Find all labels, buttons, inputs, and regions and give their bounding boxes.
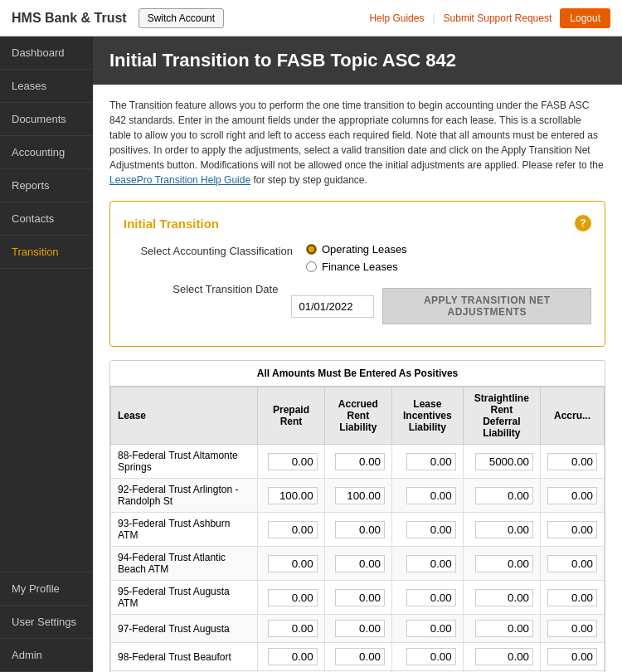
table-row: 92-Federal Trust Arlington - Randolph St	[111, 479, 605, 513]
layout: Dashboard Leases Documents Accounting Re…	[0, 37, 622, 672]
sidebar: Dashboard Leases Documents Accounting Re…	[0, 37, 93, 672]
transition-box-header: Initial Transition ?	[124, 215, 591, 231]
sidebar-item-accounting[interactable]: Accounting	[0, 136, 93, 169]
table-row: 94-Federal Trust Atlantic Beach ATM	[111, 547, 605, 581]
header: HMS Bank & Trust Switch Account Help Gui…	[0, 0, 622, 37]
accounting-classification-row: Select Accounting Classification Operati…	[124, 243, 591, 273]
help-icon[interactable]: ?	[575, 215, 591, 231]
lease-name-cell: 88-Federal Trust Altamonte Springs	[111, 445, 258, 479]
accrued-cell[interactable]	[324, 581, 391, 615]
operating-leases-radio[interactable]	[306, 244, 317, 255]
prepaid-cell[interactable]	[258, 445, 324, 479]
sidebar-item-dashboard[interactable]: Dashboard	[0, 37, 93, 70]
table-row: 88-Federal Trust Altamonte Springs	[111, 445, 605, 479]
lease-name-cell: 94-Federal Trust Atlantic Beach ATM	[111, 547, 258, 581]
accru-cell[interactable]	[540, 445, 604, 479]
accrued-cell[interactable]	[324, 513, 391, 547]
logo: HMS Bank & Trust	[12, 11, 127, 26]
incentives-cell[interactable]	[392, 643, 464, 671]
table-row: 97-Federal Trust Augusta	[111, 615, 605, 643]
table-row: 95-Federal Trust Augusta ATM	[111, 581, 605, 615]
prepaid-cell[interactable]	[258, 615, 324, 643]
incentives-cell[interactable]	[392, 445, 464, 479]
content-area: The Transition feature allows you to per…	[93, 85, 622, 672]
accrued-cell[interactable]	[324, 615, 391, 643]
accrued-cell[interactable]	[324, 445, 391, 479]
straightline-cell[interactable]	[463, 615, 540, 643]
col-incentives: Lease IncentivesLiability	[392, 387, 464, 445]
transition-table: Lease Prepaid Rent Accrued RentLiability…	[110, 387, 605, 672]
straightline-cell[interactable]	[463, 643, 540, 671]
col-accrued: Accrued RentLiability	[324, 387, 391, 445]
apply-transition-button[interactable]: APPLY TRANSITION NET ADJUSTMENTS	[382, 288, 591, 324]
help-guides-link[interactable]: Help Guides	[369, 12, 424, 24]
incentives-cell[interactable]	[392, 547, 464, 581]
incentives-cell[interactable]	[392, 581, 464, 615]
lease-name-cell: 93-Federal Trust Ashburn ATM	[111, 513, 258, 547]
transition-date-input[interactable]	[291, 295, 374, 318]
submit-support-link[interactable]: Submit Support Request	[444, 12, 552, 24]
sidebar-item-transition[interactable]: Transition	[0, 236, 93, 269]
lease-name-cell: 95-Federal Trust Augusta ATM	[111, 581, 258, 615]
prepaid-cell[interactable]	[258, 547, 324, 581]
accru-cell[interactable]	[540, 513, 604, 547]
sidebar-item-my-profile[interactable]: My Profile	[0, 572, 93, 606]
accounting-options: Operating Leases Finance Leases	[306, 243, 407, 273]
accrued-cell[interactable]	[324, 643, 391, 671]
accounting-label: Select Accounting Classification	[124, 243, 306, 257]
col-lease: Lease	[111, 387, 258, 445]
col-straightline: Straightline RentDeferral Liability	[463, 387, 540, 445]
col-prepaid: Prepaid Rent	[258, 387, 324, 445]
header-right: Help Guides | Submit Support Request Log…	[369, 8, 610, 28]
accru-cell[interactable]	[540, 479, 604, 513]
transition-date-row: Select Transition Date APPLY TRANSITION …	[124, 281, 591, 324]
prepaid-cell[interactable]	[258, 479, 324, 513]
col-accru: Accru...	[540, 387, 604, 445]
incentives-cell[interactable]	[392, 513, 464, 547]
incentives-cell[interactable]	[392, 615, 464, 643]
accrued-cell[interactable]	[324, 479, 391, 513]
straightline-cell[interactable]	[463, 513, 540, 547]
date-label: Select Transition Date	[124, 281, 291, 295]
accru-cell[interactable]	[540, 581, 604, 615]
straightline-cell[interactable]	[463, 445, 540, 479]
lease-name-cell: 97-Federal Trust Augusta	[111, 615, 258, 643]
sidebar-item-admin[interactable]: Admin	[0, 639, 93, 672]
sidebar-item-user-settings[interactable]: User Settings	[0, 606, 93, 639]
prepaid-cell[interactable]	[258, 581, 324, 615]
incentives-cell[interactable]	[392, 479, 464, 513]
straightline-cell[interactable]	[463, 547, 540, 581]
sidebar-item-documents[interactable]: Documents	[0, 103, 93, 136]
accrued-cell[interactable]	[324, 547, 391, 581]
table-container: All Amounts Must Be Entered As Positives…	[109, 360, 605, 672]
transition-box-title: Initial Transition	[124, 217, 219, 231]
prepaid-cell[interactable]	[258, 513, 324, 547]
table-body: 88-Federal Trust Altamonte Springs 92-Fe…	[111, 445, 605, 673]
description: The Transition feature allows you to per…	[109, 98, 605, 187]
transition-box: Initial Transition ? Select Accounting C…	[109, 201, 605, 347]
accru-cell[interactable]	[540, 615, 604, 643]
table-row: 98-Federal Trust Beaufort	[111, 643, 605, 671]
table-note: All Amounts Must Be Entered As Positives	[110, 361, 605, 387]
header-divider: |	[432, 12, 435, 24]
sidebar-item-contacts[interactable]: Contacts	[0, 202, 93, 236]
help-guide-link[interactable]: LeasePro Transition Help Guide	[109, 174, 250, 186]
date-controls: APPLY TRANSITION NET ADJUSTMENTS	[291, 288, 591, 324]
straightline-cell[interactable]	[463, 479, 540, 513]
switch-account-button[interactable]: Switch Account	[138, 8, 224, 28]
logout-button[interactable]: Logout	[560, 8, 610, 28]
straightline-cell[interactable]	[463, 581, 540, 615]
operating-leases-option[interactable]: Operating Leases	[306, 243, 407, 256]
page-title: Initial Transition to FASB Topic ASC 842	[93, 37, 622, 85]
lease-name-cell: 92-Federal Trust Arlington - Randolph St	[111, 479, 258, 513]
accru-cell[interactable]	[540, 643, 604, 671]
finance-leases-radio[interactable]	[306, 261, 317, 272]
prepaid-cell[interactable]	[258, 643, 324, 671]
main-content: Initial Transition to FASB Topic ASC 842…	[93, 37, 622, 672]
finance-leases-option[interactable]: Finance Leases	[306, 261, 407, 273]
table-row: 93-Federal Trust Ashburn ATM	[111, 513, 605, 547]
sidebar-item-reports[interactable]: Reports	[0, 169, 93, 202]
sidebar-item-leases[interactable]: Leases	[0, 70, 93, 103]
lease-name-cell: 98-Federal Trust Beaufort	[111, 643, 258, 671]
accru-cell[interactable]	[540, 547, 604, 581]
